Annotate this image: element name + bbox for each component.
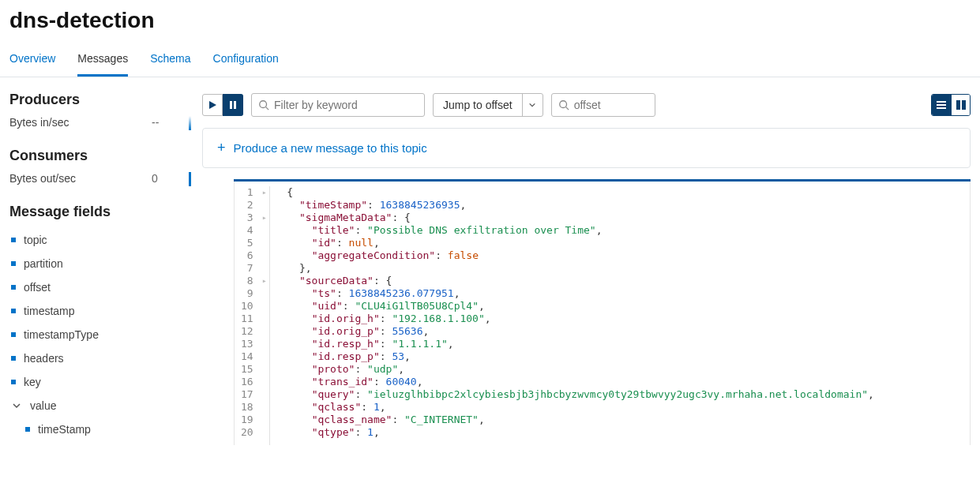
page-title: dns-detection — [0, 0, 980, 44]
play-pause-group — [202, 94, 243, 116]
tab-overview[interactable]: Overview — [9, 44, 55, 77]
consumers-heading: Consumers — [9, 148, 183, 164]
jump-offset-label: Jump to offset — [434, 94, 522, 116]
bullet-icon — [11, 356, 16, 361]
play-button[interactable] — [202, 94, 223, 116]
fold-column: ▸▸▸ — [260, 186, 269, 445]
svg-marker-0 — [209, 101, 216, 109]
field-label: timeStamp — [38, 423, 91, 436]
svg-rect-1 — [230, 101, 232, 109]
chevron-down-icon — [522, 94, 543, 116]
field-value-timestamp[interactable]: timeStamp — [9, 417, 183, 441]
produce-message-label: Produce a new message to this topic — [234, 141, 427, 155]
bytes-out-label: Bytes out/sec — [9, 172, 152, 185]
offset-input[interactable] — [574, 94, 655, 116]
bytes-out-value: 0 — [152, 172, 183, 185]
svg-line-6 — [565, 107, 569, 110]
tab-schema[interactable]: Schema — [150, 44, 190, 77]
field-key[interactable]: key — [9, 370, 183, 394]
svg-rect-10 — [956, 100, 960, 110]
bytes-in-value: -- — [152, 116, 183, 129]
field-label: headers — [24, 352, 64, 365]
field-headers[interactable]: headers — [9, 346, 183, 370]
svg-point-3 — [260, 101, 267, 108]
svg-rect-11 — [962, 100, 966, 110]
tab-messages[interactable]: Messages — [77, 44, 128, 77]
message-fields-heading: Message fields — [9, 204, 183, 220]
bytes-in-row: Bytes in/sec -- — [9, 116, 183, 129]
field-label: timestamp — [24, 305, 75, 317]
filter-keyword-input[interactable] — [274, 94, 424, 116]
svg-rect-7 — [937, 101, 946, 103]
message-fields-list: topic partition offset timestamp timesta… — [9, 228, 183, 441]
svg-rect-9 — [937, 107, 946, 109]
message-json-card: 1234567891011121314151617181920 ▸▸▸ { "t… — [234, 179, 971, 445]
bullet-icon — [25, 427, 30, 432]
produce-message-card: + Produce a new message to this topic — [202, 128, 971, 168]
chevron-down-icon — [11, 400, 22, 411]
bullet-icon — [11, 238, 16, 242]
field-partition[interactable]: partition — [9, 252, 183, 275]
field-label: timestampType — [24, 328, 99, 341]
bullet-icon — [11, 332, 16, 337]
field-label: value — [30, 399, 56, 412]
json-viewer[interactable]: 1234567891011121314151617181920 ▸▸▸ { "t… — [234, 182, 971, 445]
pause-button[interactable] — [223, 94, 243, 116]
field-value[interactable]: value — [9, 394, 183, 417]
svg-rect-2 — [234, 101, 236, 109]
field-label: key — [24, 376, 41, 388]
jump-offset-select[interactable]: Jump to offset — [433, 93, 543, 117]
line-number-gutter: 1234567891011121314151617181920 — [235, 186, 260, 445]
view-toggle — [931, 94, 971, 116]
svg-line-4 — [266, 107, 269, 110]
bytes-in-label: Bytes in/sec — [9, 116, 152, 129]
json-code: { "timeStamp": 1638845236935, "sigmaMeta… — [269, 186, 970, 445]
field-label: topic — [24, 234, 47, 246]
search-icon — [258, 99, 269, 110]
field-label: offset — [24, 281, 51, 294]
produce-message-button[interactable]: + Produce a new message to this topic — [217, 140, 427, 156]
bullet-icon — [11, 309, 16, 313]
spark-indicator — [189, 172, 191, 186]
offset-input-wrap — [551, 93, 655, 117]
messages-toolbar: Jump to offset — [202, 92, 971, 128]
search-icon — [558, 99, 569, 110]
field-label: partition — [24, 257, 63, 270]
field-offset[interactable]: offset — [9, 275, 183, 299]
bullet-icon — [11, 285, 16, 290]
card-view-button[interactable] — [951, 95, 970, 115]
field-timestamptype[interactable]: timestampType — [9, 323, 183, 346]
filter-keyword-wrap — [251, 93, 425, 117]
field-topic[interactable]: topic — [9, 228, 183, 252]
producers-heading: Producers — [9, 92, 183, 108]
bullet-icon — [11, 261, 16, 266]
spark-indicator-top — [189, 116, 191, 130]
bullet-icon — [11, 380, 16, 384]
svg-rect-8 — [937, 104, 946, 106]
tabs-nav: Overview Messages Schema Configuration — [0, 44, 980, 77]
bytes-out-row: Bytes out/sec 0 — [9, 172, 183, 185]
svg-point-5 — [559, 101, 566, 108]
tab-configuration[interactable]: Configuration — [213, 44, 279, 77]
plus-icon: + — [217, 140, 226, 156]
list-view-button[interactable] — [932, 95, 951, 115]
field-timestamp[interactable]: timestamp — [9, 299, 183, 323]
